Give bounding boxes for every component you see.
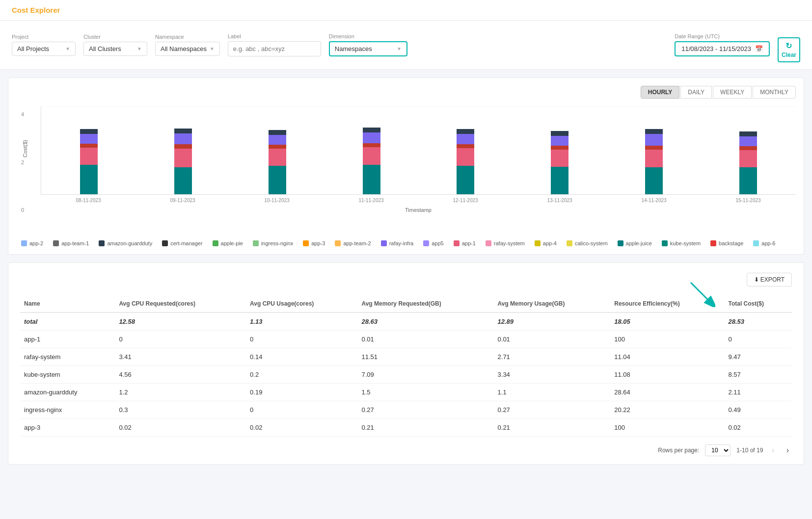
export-button[interactable]: ⬇ EXPORT <box>747 273 792 286</box>
table-cell: app-3 <box>20 419 115 437</box>
bar-segment <box>80 165 98 194</box>
bar-segment <box>363 165 380 194</box>
bar-group <box>705 106 791 194</box>
bar-segment <box>174 129 192 133</box>
bar-segment <box>645 150 663 167</box>
bar-segment <box>645 134 663 146</box>
rows-per-page-label: Rows per page: <box>658 447 699 454</box>
table-footer: Rows per page: 10 25 50 1-10 of 19 ‹ › <box>20 444 792 456</box>
rows-per-page-select[interactable]: 10 25 50 <box>705 444 731 456</box>
table-cell: 0.01 <box>494 331 611 348</box>
table-cell: 0.02 <box>246 419 357 437</box>
table-cell: amazon-guardduty <box>20 384 115 401</box>
legend-label: app-2 <box>29 240 43 246</box>
cluster-chevron-icon: ▼ <box>137 46 142 52</box>
table-cell: 0.3 <box>115 401 246 419</box>
monthly-button[interactable]: MONTHLY <box>753 86 796 99</box>
col-cpu-usage: Avg CPU Usage(cores) <box>246 295 357 312</box>
legend-color-swatch <box>99 240 105 246</box>
date-range-label: Date Range (UTC) <box>675 33 770 39</box>
weekly-button[interactable]: WEEKLY <box>713 86 752 99</box>
legend-item: app-1 <box>454 240 476 246</box>
bar-stack <box>739 131 757 194</box>
legend-item: app-6 <box>753 240 775 246</box>
table-row: rafay-system3.410.1411.512.7111.049.47 <box>20 348 792 366</box>
legend-color-swatch <box>662 240 668 246</box>
table-cell: 0.21 <box>357 419 493 437</box>
dimension-label: Dimension <box>329 33 407 39</box>
project-label: Project <box>12 34 76 40</box>
bar-stack <box>363 128 380 194</box>
bar-stack <box>551 131 568 194</box>
table-row: total12.581.1328.6312.8918.0528.53 <box>20 312 792 331</box>
legend-label: rafay-infra <box>389 240 414 246</box>
legend-label: app-4 <box>543 240 557 246</box>
legend-label: app-6 <box>761 240 775 246</box>
legend-label: cert-manager <box>170 240 202 246</box>
bar-segment <box>80 148 98 165</box>
table-cell: 0.27 <box>357 401 493 419</box>
bar-segment <box>739 167 757 194</box>
bar-segment <box>174 149 192 167</box>
table-cell: 1.13 <box>246 312 357 331</box>
bar-segment <box>645 167 663 194</box>
calendar-icon: 📅 <box>755 45 763 52</box>
bar-segment <box>645 129 663 134</box>
table-cell: 2.11 <box>724 384 792 401</box>
table-cell: 3.34 <box>494 366 611 384</box>
legend-color-swatch <box>753 240 759 246</box>
clear-button[interactable]: ↻ Clear <box>778 37 800 62</box>
label-filter-group: Label <box>228 33 321 56</box>
x-axis-tick-label: 12-11-2023 <box>423 198 508 203</box>
table-header-row: Name Avg CPU Requested(cores) Avg CPU Us… <box>20 295 792 312</box>
project-select[interactable]: All Projects ▼ <box>12 42 76 56</box>
bar-segment <box>739 150 757 167</box>
prev-page-button[interactable]: ‹ <box>769 445 777 456</box>
bar-segment <box>80 134 98 144</box>
dimension-select[interactable]: Namespaces ▼ <box>329 41 407 56</box>
bar-group <box>423 106 509 194</box>
label-filter-label: Label <box>228 33 321 39</box>
x-axis-tick-label: 13-11-2023 <box>517 198 602 203</box>
next-page-button[interactable]: › <box>784 445 792 456</box>
legend-item: app-2 <box>21 240 43 246</box>
table-cell: 1.5 <box>357 384 493 401</box>
legend-color-swatch <box>423 240 429 246</box>
legend-item: apple-pie <box>213 240 243 246</box>
cluster-select[interactable]: All Clusters ▼ <box>83 42 147 56</box>
cluster-label: Cluster <box>83 34 147 40</box>
bar-segment <box>551 167 568 194</box>
bar-segment <box>457 129 474 134</box>
bar-segment <box>551 146 568 150</box>
legend-label: app-team-1 <box>61 240 89 246</box>
table-cell: 1.1 <box>494 384 611 401</box>
date-range-value: 11/08/2023 - 11/15/2023 <box>681 45 751 52</box>
col-mem-usage: Avg Memory Usage(GB) <box>494 295 611 312</box>
filter-bar: Project All Projects ▼ Cluster All Clust… <box>0 21 812 70</box>
bar-stack <box>174 129 192 194</box>
x-axis-tick-label: 10-11-2023 <box>234 198 320 203</box>
table-cell: 4.56 <box>115 366 246 384</box>
date-range-select[interactable]: 11/08/2023 - 11/15/2023 📅 <box>675 41 770 56</box>
table-cell: kube-system <box>20 366 115 384</box>
table-cell: 2.71 <box>494 348 611 366</box>
table-cell: 11.04 <box>610 348 724 366</box>
bar-stack <box>80 129 98 194</box>
col-mem-req: Avg Memory Requested(GB) <box>357 295 493 312</box>
table-cell: 100 <box>610 331 724 348</box>
table-row: app-30.020.020.210.211000.02 <box>20 419 792 437</box>
bar-segment <box>363 143 380 147</box>
bar-segment <box>645 146 663 150</box>
table-cell: 28.53 <box>724 312 792 331</box>
label-input[interactable] <box>228 41 321 56</box>
bar-group <box>235 106 320 194</box>
hourly-button[interactable]: HOURLY <box>641 86 680 99</box>
table-cell: 0.02 <box>724 419 792 437</box>
x-axis-tick-label: 08-11-2023 <box>46 198 131 203</box>
x-axis-tick-label: 14-11-2023 <box>611 198 697 203</box>
namespace-select[interactable]: All Namespaces ▼ <box>155 42 220 56</box>
daily-button[interactable]: DAILY <box>680 86 712 99</box>
app-header: Cost Explorer <box>0 0 812 21</box>
arrow-icon <box>686 278 715 307</box>
legend-color-swatch <box>53 240 59 246</box>
